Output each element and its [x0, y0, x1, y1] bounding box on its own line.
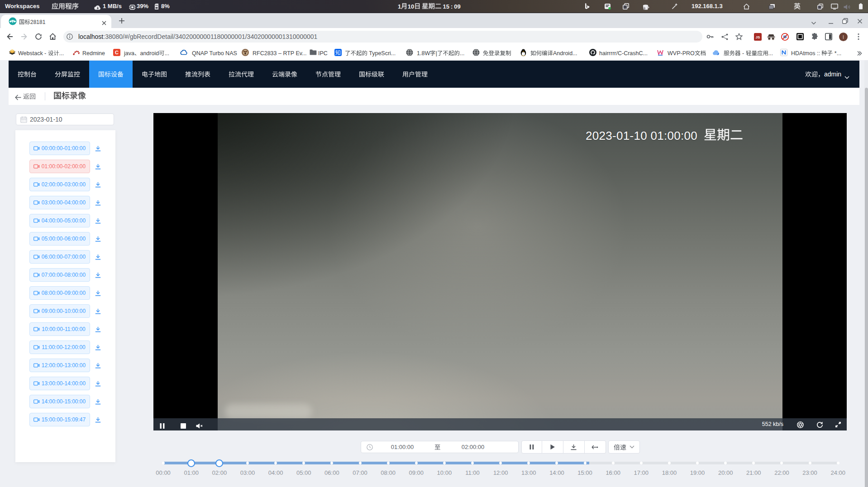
svg-text:I: I	[843, 35, 844, 40]
svg-text:JS: JS	[756, 35, 760, 39]
svg-text:C: C	[115, 50, 119, 55]
